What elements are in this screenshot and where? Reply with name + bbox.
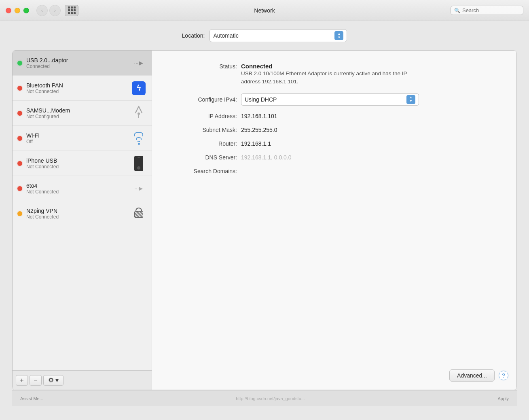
status-row: Status: Connected USB 2.0 10/100M Ethern… xyxy=(172,63,496,86)
sidebar-item-usb-ethernet[interactable]: USB 2.0...daptor Connected ···▶ xyxy=(13,51,152,76)
network-status: Not Connected xyxy=(26,189,131,195)
status-description: USB 2.0 10/100M Ethernet Adaptor is curr… xyxy=(241,70,419,86)
svg-line-0 xyxy=(135,106,139,113)
network-info: SAMSU...Modem Not Configured xyxy=(26,107,131,119)
close-button[interactable] xyxy=(6,8,11,13)
dns-server-label: DNS Server: xyxy=(172,154,237,161)
configure-ipv4-row: Configure IPv4: Using DHCP ▲ ▼ xyxy=(172,93,496,106)
traffic-lights xyxy=(6,8,29,13)
network-status: Not Connected xyxy=(26,214,131,220)
status-dot-red xyxy=(17,161,22,166)
window-title: Network xyxy=(254,7,275,14)
remove-network-button[interactable]: − xyxy=(30,375,42,386)
detail-bottom: Advanced... ? xyxy=(449,369,508,382)
gear-menu-button[interactable]: ⚙ ▾ xyxy=(43,375,63,386)
detail-panel: Status: Connected USB 2.0 10/100M Ethern… xyxy=(152,51,516,390)
search-box[interactable]: 🔍 xyxy=(451,6,523,15)
network-info: USB 2.0...daptor Connected xyxy=(26,57,131,69)
ip-address-label: IP Address: xyxy=(172,113,237,119)
subnet-mask-row: Subnet Mask: 255.255.255.0 xyxy=(172,127,496,133)
bluetooth-icon-area: ϟ xyxy=(131,81,147,95)
location-value: Automatic xyxy=(213,32,334,39)
network-name: Bluetooth PAN xyxy=(26,82,131,89)
status-dot-red xyxy=(17,86,22,91)
bottom-bar: Assist Me... http://blog.csdn.net/java_g… xyxy=(12,390,517,406)
network-list: USB 2.0...daptor Connected ···▶ Bluetoot… xyxy=(13,51,152,370)
router-label: Router: xyxy=(172,140,237,147)
location-arrows-icon: ▲ ▼ xyxy=(334,31,343,40)
search-input[interactable] xyxy=(462,7,520,13)
location-bar: Location: Automatic ▲ ▼ xyxy=(12,29,517,42)
grid-view-button[interactable] xyxy=(65,5,78,16)
network-status: Off xyxy=(26,139,131,144)
status-value-area: Connected USB 2.0 10/100M Ethernet Adapt… xyxy=(241,63,419,86)
subnet-mask-value: 255.255.255.0 xyxy=(241,127,277,133)
bottom-right-text: Apply xyxy=(497,396,509,401)
status-dot-red xyxy=(17,186,22,191)
configure-ipv4-value: Using DHCP xyxy=(245,96,406,103)
modem-icon-area xyxy=(131,106,147,121)
sidebar-item-iphone-usb[interactable]: iPhone USB Not Connected xyxy=(13,151,152,176)
configure-ipv4-select[interactable]: Using DHCP ▲ ▼ xyxy=(241,93,419,106)
back-button[interactable]: ‹ xyxy=(36,5,48,16)
network-info: iPhone USB Not Connected xyxy=(26,157,131,170)
minimize-button[interactable] xyxy=(15,8,20,13)
iphone-icon-area xyxy=(131,156,147,171)
bottom-url-text: http://blog.csdn.net/java_goodstu... xyxy=(236,396,305,401)
nav-buttons: ‹ › xyxy=(36,5,61,16)
ip-address-value: 192.168.1.101 xyxy=(241,113,277,119)
network-name: USB 2.0...daptor xyxy=(26,57,131,64)
router-value: 192.168.1.1 xyxy=(241,140,271,147)
forward-button[interactable]: › xyxy=(49,5,61,16)
search-icon: 🔍 xyxy=(454,8,460,13)
titlebar: ‹ › Network 🔍 xyxy=(0,0,529,21)
dns-server-row: DNS Server: 192.168.1.1, 0.0.0.0 xyxy=(172,154,496,161)
network-name: SAMSU...Modem xyxy=(26,107,131,114)
sidebar-item-n2ping-vpn[interactable]: N2ping VPN Not Connected xyxy=(13,201,152,226)
grid-icon xyxy=(68,6,76,14)
panel-layout: USB 2.0...daptor Connected ···▶ Bluetoot… xyxy=(12,50,517,390)
configure-ipv4-label: Configure IPv4: xyxy=(172,96,237,103)
location-select[interactable]: Automatic ▲ ▼ xyxy=(209,29,347,42)
ethernet-icon-area: ···▶ xyxy=(131,60,147,66)
sidebar-toolbar: + − ⚙ ▾ xyxy=(13,370,152,390)
modem-icon xyxy=(132,106,145,121)
search-domains-row: Search Domains: xyxy=(172,168,496,174)
network-name: N2ping VPN xyxy=(26,208,131,214)
vpn-icon-area xyxy=(131,208,147,220)
network-name: Wi-Fi xyxy=(26,132,131,139)
network-name: iPhone USB xyxy=(26,157,131,164)
ip-address-row: IP Address: 192.168.1.101 xyxy=(172,113,496,119)
sidebar: USB 2.0...daptor Connected ···▶ Bluetoot… xyxy=(13,51,152,390)
maximize-button[interactable] xyxy=(23,8,29,13)
search-domains-label: Search Domains: xyxy=(172,168,237,174)
svg-line-1 xyxy=(139,106,142,113)
configure-ipv4-arrows-icon: ▲ ▼ xyxy=(406,95,415,104)
network-status: Not Configured xyxy=(26,114,131,119)
network-status: Connected xyxy=(26,64,131,69)
add-network-button[interactable]: + xyxy=(16,375,28,386)
network-info: 6to4 Not Connected xyxy=(26,182,131,195)
network-info: Wi-Fi Off xyxy=(26,132,131,144)
status-dot-yellow xyxy=(17,211,22,216)
6to4-icon-area: ···▶ xyxy=(131,185,147,191)
help-button[interactable]: ? xyxy=(499,371,508,380)
network-info: Bluetooth PAN Not Connected xyxy=(26,82,131,94)
sidebar-item-6to4[interactable]: 6to4 Not Connected ···▶ xyxy=(13,176,152,201)
router-row: Router: 192.168.1.1 xyxy=(172,140,496,147)
sidebar-item-bluetooth-pan[interactable]: Bluetooth PAN Not Connected ϟ xyxy=(13,76,152,101)
bluetooth-icon: ϟ xyxy=(132,81,146,95)
subnet-mask-label: Subnet Mask: xyxy=(172,127,237,133)
network-status: Not Connected xyxy=(26,164,131,170)
vpn-lock-icon xyxy=(133,208,145,220)
network-name: 6to4 xyxy=(26,182,131,189)
location-label: Location: xyxy=(182,32,205,39)
ethernet-icon: ···▶ xyxy=(134,60,144,66)
iphone-icon xyxy=(134,156,143,171)
wifi-icon xyxy=(134,132,143,145)
dns-server-value: 192.168.1.1, 0.0.0.0 xyxy=(241,154,292,161)
advanced-button[interactable]: Advanced... xyxy=(449,369,495,382)
sidebar-item-wifi[interactable]: Wi-Fi Off xyxy=(13,126,152,151)
main-content: Location: Automatic ▲ ▼ USB 2.0...daptor… xyxy=(0,21,529,420)
sidebar-item-samsung-modem[interactable]: SAMSU...Modem Not Configured xyxy=(13,101,152,126)
